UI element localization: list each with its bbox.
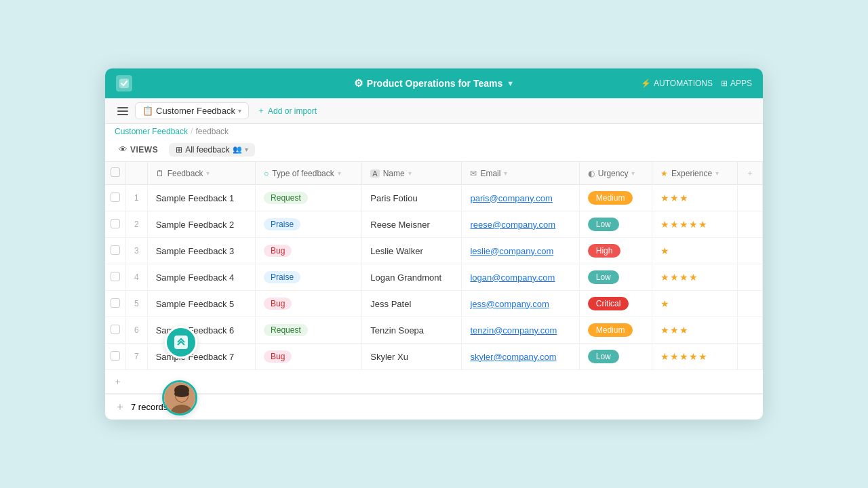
row-feedback[interactable]: Sample Feedback 6	[147, 317, 255, 344]
table-row: 4 Sample Feedback 4 Praise Logan Grandmo…	[105, 264, 763, 291]
row-feedback[interactable]: Sample Feedback 2	[147, 211, 255, 238]
email-link[interactable]: leslie@company.com	[470, 246, 553, 256]
row-type[interactable]: Bug	[256, 344, 362, 370]
row-feedback[interactable]: Sample Feedback 4	[147, 264, 255, 291]
workspace-tab[interactable]: 📋 Customer Feedback ▾	[135, 102, 249, 119]
email-link[interactable]: jess@company.com	[470, 299, 549, 309]
views-button[interactable]: 👁 VIEWS	[113, 142, 163, 157]
apps-label: APPS	[730, 79, 752, 88]
experience-col-chevron: ▾	[715, 169, 719, 177]
add-column-button[interactable]: ＋	[738, 162, 763, 185]
header-title-area: ⚙ Product Operations for Teams ▼	[354, 77, 514, 89]
automations-button[interactable]: ⚡ AUTOMATIONS	[641, 79, 713, 88]
all-feedback-button[interactable]: ⊞ All feedback 👥 ▾	[169, 143, 254, 157]
row-checkbox[interactable]	[111, 351, 120, 361]
stars: ★	[660, 245, 670, 256]
table-row: 1 Sample Feedback 1 Request Paris Fotiou…	[105, 185, 763, 211]
row-name: Leslie Walker	[362, 238, 462, 264]
row-urgency[interactable]: Medium	[579, 317, 652, 344]
row-type[interactable]: Bug	[256, 238, 362, 264]
name-col-header[interactable]: A Name ▾	[362, 162, 462, 185]
row-type[interactable]: Request	[256, 185, 362, 211]
views-label: VIEWS	[130, 145, 158, 155]
avatar-person	[162, 380, 197, 415]
row-urgency[interactable]: Critical	[579, 291, 652, 317]
row-type[interactable]: Bug	[256, 291, 362, 317]
email-link[interactable]: tenzin@company.com	[470, 325, 557, 336]
email-link[interactable]: logan@company.com	[470, 272, 555, 283]
table-icon: ⊞	[176, 145, 182, 155]
breadcrumb-separator: /	[191, 127, 193, 136]
experience-col-header[interactable]: ★ Experience ▾	[652, 162, 738, 185]
row-checkbox[interactable]	[111, 298, 120, 308]
email-col-label: Email	[480, 169, 500, 178]
row-checkbox[interactable]	[111, 192, 120, 202]
email-link[interactable]: reese@company.com	[470, 220, 555, 230]
row-checkbox-cell	[105, 185, 126, 211]
row-urgency[interactable]: High	[579, 238, 652, 264]
row-extra	[738, 238, 763, 264]
apps-icon: ⊞	[721, 79, 728, 88]
table-container: 🗒 Feedback ▾ ○ Type of feedback ▾	[105, 162, 763, 394]
row-extra	[738, 264, 763, 291]
apps-button[interactable]: ⊞ APPS	[721, 79, 752, 88]
type-col-header[interactable]: ○ Type of feedback ▾	[256, 162, 362, 185]
urgency-badge: Medium	[588, 191, 633, 205]
row-feedback[interactable]: Sample Feedback 3	[147, 238, 255, 264]
feedback-col-header[interactable]: 🗒 Feedback ▾	[147, 162, 255, 185]
select-all-checkbox[interactable]	[111, 167, 120, 177]
type-badge: Request	[264, 192, 308, 204]
urgency-badge: Critical	[588, 297, 629, 310]
email-col-icon: ✉	[470, 169, 477, 178]
row-urgency[interactable]: Medium	[579, 185, 652, 211]
email-link[interactable]: paris@company.com	[470, 193, 552, 203]
row-checkbox[interactable]	[111, 272, 120, 281]
breadcrumb-parent: Customer Feedback	[115, 127, 188, 136]
breadcrumb: Customer Feedback / feedback	[105, 124, 763, 138]
add-row-button[interactable]: ＋	[105, 370, 763, 394]
row-number: 4	[126, 264, 148, 291]
row-checkbox[interactable]	[111, 245, 120, 255]
add-import-button[interactable]: ＋ Add or import	[252, 102, 322, 119]
type-badge: Bug	[264, 350, 292, 363]
row-email[interactable]: leslie@company.com	[462, 238, 579, 264]
header-chevron: ▼	[507, 79, 514, 87]
row-urgency[interactable]: Low	[579, 264, 652, 291]
urgency-col-label: Urgency	[598, 169, 629, 178]
row-checkbox[interactable]	[111, 325, 120, 334]
row-email[interactable]: tenzin@company.com	[462, 317, 579, 344]
row-checkbox[interactable]	[111, 219, 120, 228]
row-name: Paris Fotiou	[362, 185, 462, 211]
row-experience: ★★★★★	[652, 211, 738, 238]
row-feedback[interactable]: Sample Feedback 5	[147, 291, 255, 317]
row-email[interactable]: skyler@company.com	[462, 344, 579, 370]
all-feedback-icon: 👥	[233, 145, 242, 154]
row-email[interactable]: logan@company.com	[462, 264, 579, 291]
hamburger-button[interactable]	[113, 102, 132, 121]
row-feedback[interactable]: Sample Feedback 7	[147, 344, 255, 370]
name-col-chevron: ▾	[408, 169, 412, 177]
row-email[interactable]: paris@company.com	[462, 185, 579, 211]
row-type[interactable]: Request	[256, 317, 362, 344]
toolbar: 📋 Customer Feedback ▾ ＋ Add or import	[105, 98, 763, 124]
email-link[interactable]: skyler@company.com	[470, 352, 556, 362]
row-checkbox-cell	[105, 344, 126, 370]
row-type[interactable]: Praise	[256, 264, 362, 291]
row-feedback[interactable]: Sample Feedback 1	[147, 185, 255, 211]
sub-toolbar: 👁 VIEWS ⊞ All feedback 👥 ▾	[105, 138, 763, 162]
urgency-col-header[interactable]: ◐ Urgency ▾	[579, 162, 652, 185]
type-badge: Praise	[264, 271, 300, 283]
stars: ★★★★★	[660, 351, 708, 362]
urgency-badge: Low	[588, 270, 619, 284]
row-type[interactable]: Praise	[256, 211, 362, 238]
urgency-col-icon: ◐	[588, 169, 595, 178]
email-col-header[interactable]: ✉ Email ▾	[462, 162, 579, 185]
email-col-chevron: ▾	[504, 169, 507, 177]
row-email[interactable]: jess@company.com	[462, 291, 579, 317]
footer-add-button[interactable]: ＋	[115, 400, 125, 414]
row-email[interactable]: reese@company.com	[462, 211, 579, 238]
all-feedback-label: All feedback	[185, 145, 229, 155]
row-urgency[interactable]: Low	[579, 211, 652, 238]
row-experience: ★★★★★	[652, 344, 738, 370]
row-urgency[interactable]: Low	[579, 344, 652, 370]
